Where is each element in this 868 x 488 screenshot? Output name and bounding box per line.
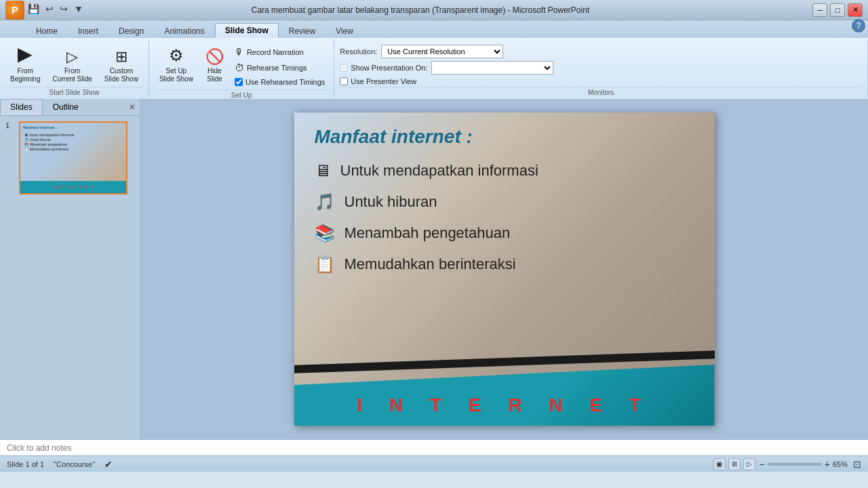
close-button[interactable]: ✕ bbox=[848, 3, 863, 17]
theme-name: "Concourse" bbox=[54, 460, 95, 468]
custom-slideshow-icon: ⊞ bbox=[115, 48, 127, 66]
ribbon-tabs: Home Insert Design Animations Slide Show… bbox=[0, 20, 868, 38]
resolution-row: Resolution: Use Current Resolution bbox=[340, 45, 553, 58]
main-slide[interactable]: Manfaat internet : 🖥 Untuk mendapatkan i… bbox=[294, 113, 715, 426]
side-panel: Slides Outline ✕ 1 Manfaat Internet : 🖥 … bbox=[0, 99, 140, 439]
help-button[interactable]: ? bbox=[852, 19, 865, 33]
redo-button[interactable]: ↪ bbox=[58, 3, 70, 15]
slide-item-icon-3: 📚 bbox=[315, 224, 335, 243]
title-bar: P 💾 ↩ ↪ ▼ Cara membuat gambar latar bela… bbox=[0, 0, 868, 20]
slide-item-icon-2: 🎵 bbox=[315, 192, 335, 211]
from-current-button[interactable]: ▷ FromCurrent Slide bbox=[47, 42, 96, 85]
quick-access-toolbar: 💾 ↩ ↪ ▼ bbox=[26, 3, 85, 15]
tab-home[interactable]: Home bbox=[26, 23, 68, 38]
notes-area[interactable]: Click to add notes bbox=[0, 439, 868, 455]
presenter-view-label[interactable]: Use Presenter View bbox=[340, 77, 416, 85]
use-rehearsed-checkbox[interactable] bbox=[235, 78, 243, 86]
slide-item-text-4: Memudahkan berinteraksi bbox=[344, 256, 516, 273]
show-on-label: Show Presentation On: bbox=[340, 64, 427, 72]
monitors-group: Resolution: Use Current Resolution Show … bbox=[334, 39, 868, 98]
monitors-items: Resolution: Use Current Resolution Show … bbox=[340, 42, 862, 85]
rehearse-timings-label: Rehearse Timings bbox=[247, 64, 307, 72]
tab-insert[interactable]: Insert bbox=[68, 23, 108, 38]
tab-animations[interactable]: Animations bbox=[154, 23, 214, 38]
slide-sorter-button[interactable]: ⊞ bbox=[728, 458, 741, 470]
show-on-select[interactable] bbox=[431, 61, 553, 75]
show-on-text: Show Presentation On: bbox=[351, 64, 427, 72]
fit-to-window-button[interactable]: ⊡ bbox=[853, 459, 861, 470]
use-rehearsed-label: Use Rehearsed Timings bbox=[245, 78, 325, 86]
slide-item-3: 📚 Menambah pengetahuan bbox=[315, 224, 694, 243]
window-title: Cara membuat gambar latar belakang trans… bbox=[28, 5, 812, 15]
slide-item-icon-1: 🖥 bbox=[315, 161, 331, 180]
zoom-slider[interactable] bbox=[768, 463, 822, 466]
from-beginning-button[interactable]: ▶ FromBeginning bbox=[5, 42, 45, 85]
minimize-button[interactable]: ─ bbox=[812, 3, 827, 17]
view-icons: ▣ ⊞ ▷ bbox=[713, 458, 755, 470]
setup-items: ⚙ Set UpSlide Show 🚫 HideSlide 🎙 Record … bbox=[155, 42, 328, 88]
show-on-row: Show Presentation On: bbox=[340, 61, 553, 75]
from-current-icon: ▷ bbox=[66, 48, 78, 66]
tab-review[interactable]: Review bbox=[279, 23, 326, 38]
hide-slide-button[interactable]: 🚫 HideSlide bbox=[201, 42, 229, 85]
setup-slideshow-icon: ⚙ bbox=[169, 46, 184, 66]
slide-number: 1 bbox=[5, 121, 15, 129]
resolution-label: Resolution: bbox=[340, 47, 377, 56]
zoom-in-button[interactable]: + bbox=[825, 459, 830, 470]
slide-item-1: 🖥 Untuk mendapatkan informasi bbox=[315, 161, 694, 180]
side-tabs: Slides Outline ✕ bbox=[0, 99, 140, 116]
custom-slideshow-label: CustomSlide Show bbox=[104, 67, 138, 83]
from-beginning-icon: ▶ bbox=[18, 43, 33, 66]
slide-thumbnail-1[interactable]: 1 Manfaat Internet : 🖥 Untuk mendapatkan… bbox=[5, 121, 134, 195]
zoom-out-button[interactable]: − bbox=[760, 459, 765, 470]
hide-slide-label: HideSlide bbox=[207, 67, 222, 83]
normal-view-button[interactable]: ▣ bbox=[713, 458, 726, 470]
presenter-view-row: Use Presenter View bbox=[340, 77, 553, 85]
slide-item-text-2: Untuk hiburan bbox=[344, 193, 437, 211]
custom-slideshow-button[interactable]: ⊞ CustomSlide Show bbox=[100, 42, 143, 85]
from-beginning-label: FromBeginning bbox=[10, 67, 40, 83]
tab-view[interactable]: View bbox=[326, 23, 363, 38]
undo-button[interactable]: ↩ bbox=[43, 3, 56, 15]
monitors-controls: Resolution: Use Current Resolution Show … bbox=[340, 42, 553, 85]
slideshow-view-button[interactable]: ▷ bbox=[743, 458, 755, 470]
spelling-check-icon[interactable]: ✔ bbox=[104, 459, 113, 470]
slides-list: 1 Manfaat Internet : 🖥 Untuk mendapatkan… bbox=[0, 116, 140, 439]
slide-item-text-3: Menambah pengetahuan bbox=[344, 224, 511, 242]
setup-group-label: Set Up bbox=[155, 89, 328, 100]
from-current-label: FromCurrent Slide bbox=[52, 67, 92, 83]
resolution-select[interactable]: Use Current Resolution bbox=[381, 45, 503, 58]
slides-tab[interactable]: Slides bbox=[0, 99, 43, 115]
show-on-checkbox[interactable] bbox=[340, 64, 348, 72]
save-button[interactable]: 💾 bbox=[26, 3, 41, 15]
status-bar: Slide 1 of 1 "Concourse" ✔ ▣ ⊞ ▷ − + 65%… bbox=[0, 455, 868, 472]
setup-slideshow-button[interactable]: ⚙ Set UpSlide Show bbox=[155, 42, 198, 85]
zoom-bar: − + 65% ⊡ bbox=[760, 459, 861, 470]
rehearse-timings-button[interactable]: ⏱ Rehearse Timings bbox=[231, 60, 328, 75]
monitors-group-label: Monitors bbox=[340, 87, 862, 98]
record-narration-label: Record Narration bbox=[247, 48, 304, 56]
presenter-view-checkbox[interactable] bbox=[340, 77, 348, 85]
slide-info: Slide 1 of 1 bbox=[7, 460, 44, 468]
office-logo: P bbox=[5, 1, 24, 20]
hide-slide-icon: 🚫 bbox=[205, 48, 224, 66]
tab-slideshow[interactable]: Slide Show bbox=[215, 23, 279, 38]
statusbar-right: ▣ ⊞ ▷ − + 65% ⊡ bbox=[713, 458, 861, 470]
zoom-level: 65% bbox=[833, 460, 848, 468]
record-narration-icon: 🎙 bbox=[235, 47, 244, 58]
notes-placeholder: Click to add notes bbox=[7, 443, 71, 453]
restore-button[interactable]: □ bbox=[830, 3, 845, 17]
side-panel-close[interactable]: ✕ bbox=[125, 101, 140, 113]
outline-tab[interactable]: Outline bbox=[43, 99, 89, 115]
qat-dropdown[interactable]: ▼ bbox=[72, 3, 85, 15]
slide-footer-text: I N T E R N E T bbox=[357, 394, 651, 416]
start-slideshow-group-label: Start Slide Show bbox=[5, 87, 143, 98]
main-area: Slides Outline ✕ 1 Manfaat Internet : 🖥 … bbox=[0, 99, 868, 439]
tab-design[interactable]: Design bbox=[108, 23, 154, 38]
record-narration-button[interactable]: 🎙 Record Narration bbox=[231, 45, 328, 60]
start-slideshow-group: ▶ FromBeginning ▷ FromCurrent Slide ⊞ Cu… bbox=[0, 39, 149, 98]
setup-group: ⚙ Set UpSlide Show 🚫 HideSlide 🎙 Record … bbox=[149, 39, 334, 98]
setup-stacked: 🎙 Record Narration ⏱ Rehearse Timings Us… bbox=[231, 42, 328, 88]
use-rehearsed-button[interactable]: Use Rehearsed Timings bbox=[231, 76, 328, 88]
slide-preview[interactable]: Manfaat Internet : 🖥 Untuk mendapatkan i… bbox=[19, 121, 127, 195]
